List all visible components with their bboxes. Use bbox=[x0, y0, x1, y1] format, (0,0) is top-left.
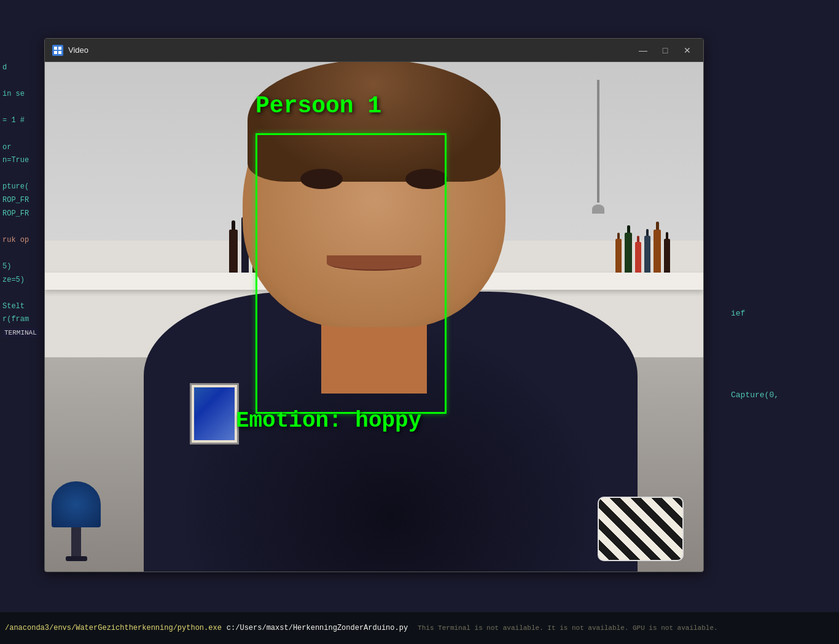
close-button[interactable]: ✕ bbox=[679, 44, 696, 56]
svg-rect-0 bbox=[54, 47, 57, 50]
window-app-icon bbox=[52, 45, 63, 56]
lamp-foot bbox=[66, 556, 87, 561]
face-detection-box bbox=[256, 133, 447, 414]
wall-art-image bbox=[194, 387, 235, 440]
code-line-10: 5) bbox=[2, 262, 11, 271]
code-right-ief: ief bbox=[731, 309, 745, 318]
terminal-label: TERMINAL bbox=[2, 328, 39, 337]
code-line-2: in se bbox=[2, 90, 25, 98]
emotion-label: Emotion: hoppy bbox=[236, 408, 421, 433]
pendant-light-2 bbox=[592, 80, 604, 214]
video-content: Persoon 1 Emotion: hoppy bbox=[45, 62, 703, 572]
video-window: Video — □ ✕ bbox=[44, 38, 704, 572]
status-bar: /anaconda3/envs/WaterGezichtherkenning/p… bbox=[0, 612, 839, 644]
cushion bbox=[598, 497, 684, 561]
code-right-capture: Capture(0, bbox=[731, 390, 779, 400]
code-line-9: ruk op bbox=[2, 236, 29, 244]
code-line-12: Stelt bbox=[2, 302, 25, 311]
code-left-panel: d in se = 1 # or n=True pture( ROP_FR RO… bbox=[0, 61, 43, 339]
ide-background: d in se = 1 # or n=True pture( ROP_FR RO… bbox=[0, 0, 839, 644]
code-line-1: d bbox=[2, 63, 7, 72]
window-titlebar: Video — □ ✕ bbox=[45, 39, 703, 62]
code-line-7: ROP_FR bbox=[2, 196, 29, 204]
person-label: Persoon 1 bbox=[256, 93, 381, 119]
minimize-button[interactable]: — bbox=[634, 44, 652, 56]
status-info: This Terminal is not available. It is no… bbox=[418, 624, 717, 632]
code-line-13: r(fram bbox=[2, 315, 29, 324]
code-line-6: pture( bbox=[2, 182, 29, 191]
wall-art bbox=[190, 383, 239, 444]
svg-rect-2 bbox=[54, 51, 57, 54]
code-line-3: = 1 # bbox=[2, 116, 25, 125]
code-line-4: or bbox=[2, 143, 11, 152]
code-right-panel: ief Capture(0, bbox=[728, 307, 839, 402]
code-line-5: n=True bbox=[2, 156, 29, 165]
window-title: Video bbox=[68, 45, 88, 55]
python-path: /anaconda3/envs/WaterGezichtherkenning/p… bbox=[5, 624, 222, 632]
window-controls: — □ ✕ bbox=[634, 44, 696, 56]
svg-rect-1 bbox=[58, 47, 61, 50]
svg-rect-3 bbox=[58, 51, 61, 54]
lamp bbox=[52, 481, 101, 561]
file-path: c:/Users/maxst/HerkenningZonderArduino.p… bbox=[227, 624, 408, 632]
bottles-right bbox=[615, 241, 670, 273]
room-background: Persoon 1 Emotion: hoppy bbox=[45, 62, 703, 572]
maximize-button[interactable]: □ bbox=[657, 44, 674, 56]
code-line-8: ROP_FR bbox=[2, 209, 29, 218]
lamp-shade bbox=[52, 481, 101, 527]
code-line-11: ze=5) bbox=[2, 276, 25, 284]
